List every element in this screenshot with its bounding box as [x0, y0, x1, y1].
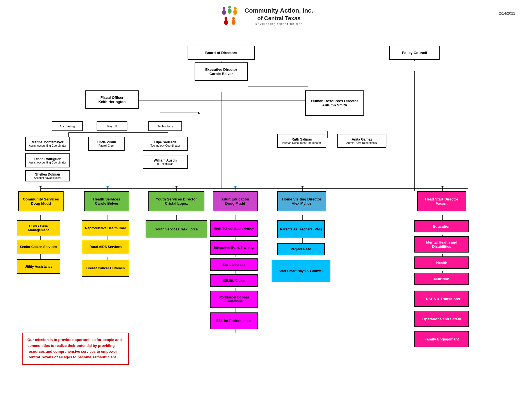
ops-box: Operations and Safety: [414, 311, 469, 327]
policy-council: Policy Council: [389, 46, 440, 60]
board-label: Board of Directors: [205, 51, 237, 55]
marina-name: Marina Montemayor: [32, 140, 63, 144]
svg-point-8: [232, 17, 235, 20]
home-name: Alex Mylius: [292, 201, 312, 206]
youth-dir-name: Cristal Lopez: [165, 201, 188, 206]
home-title: Home Visiting Director: [282, 197, 321, 201]
svg-point-4: [234, 7, 237, 10]
start-smart-box: Start Smart Hays & Caldwell: [272, 260, 330, 282]
technology-label: Technology: [157, 125, 173, 128]
payroll-box: Payroll: [97, 121, 127, 131]
health-hs-label: Health: [436, 261, 447, 265]
date-label: 2/14/2022: [499, 11, 515, 15]
project-read-label: Project Read: [291, 247, 311, 251]
ersea-label: ERSEA & Transitions: [423, 297, 460, 301]
basic-label: Basic Literacy: [222, 263, 245, 267]
linda-box: Linda Virdin Payroll Clerk: [88, 137, 125, 151]
linda-name: Linda Virdin: [97, 140, 116, 144]
svg-marker-45: [106, 186, 110, 188]
svg-marker-53: [440, 186, 444, 188]
senior-label: Senior Citizen Services: [20, 245, 57, 249]
svg-point-2: [228, 6, 231, 9]
parents-label: Parents as Teachers (PAT): [280, 227, 322, 231]
utility-box: Utility Assistance: [17, 259, 60, 274]
breast-label: Breast Cancer Outreach: [86, 266, 125, 270]
shellea-box: Shellea Dolman Account payable clerk: [25, 170, 70, 181]
esl-civics-label: ESL/EL Civics: [223, 279, 245, 282]
hr-director: Human Resources Director Autumn Smith: [305, 90, 364, 116]
utility-label: Utility Assistance: [25, 265, 53, 268]
youth-dir-title: Youth Services Director: [156, 197, 197, 201]
payroll-label: Payroll: [107, 125, 117, 128]
integrated-box: Integrated Ed. & Training: [210, 240, 258, 255]
shellea-name: Shellea Dolman: [35, 172, 60, 176]
board-of-directors: Board of Directors: [188, 46, 255, 60]
ops-label: Operations and Safety: [423, 317, 461, 321]
home-visiting: Home Visiting Director Alex Mylius: [277, 191, 326, 211]
fiscal-name: Keith Herington: [98, 100, 126, 104]
svg-point-6: [225, 17, 227, 20]
svg-point-3: [228, 9, 232, 14]
diana-sub: Assist Accounting Coordinator: [29, 161, 66, 164]
william-sub: IT Technician: [157, 162, 174, 165]
esl-civics-box: ESL/EL Civics: [210, 274, 258, 287]
svg-point-0: [223, 7, 225, 10]
health-services: Health Services Carole Belver: [84, 191, 129, 211]
header: Community Action, Inc. of Central Texas …: [0, 0, 532, 30]
youth-director: Youth Services Director Cristal Lopez: [148, 191, 204, 211]
svg-point-1: [222, 10, 226, 15]
policy-label: Policy Council: [402, 51, 427, 55]
svg-point-7: [224, 20, 228, 25]
community-name: Doug Mudd: [31, 201, 51, 206]
high-school-label: High School Equivalency: [214, 226, 254, 230]
svg-point-9: [232, 20, 235, 25]
start-smart-label: Start Smart Hays & Caldwell: [279, 269, 324, 273]
mental-label: Mental Health and Disabilities: [417, 240, 466, 249]
org-name: Community Action, Inc. of Central Texas …: [245, 7, 313, 26]
lupe-box: Lupe Sauceda Technology Coordinator: [143, 137, 188, 151]
senior-box: Senior Citizen Services: [17, 240, 60, 254]
health-title: Health Services: [93, 197, 120, 201]
logo-area: Community Action, Inc. of Central Texas …: [219, 5, 313, 27]
youth-task-box: Youth Services Task Force: [146, 220, 207, 238]
mission-text: Our mission is to provide opportunities …: [27, 337, 124, 360]
technology-box: Technology: [148, 121, 182, 131]
org-logo: [219, 5, 241, 27]
headstart-director: Head Start Director Vacant: [417, 191, 466, 211]
linda-sub: Payroll Clerk: [99, 144, 115, 147]
org-chart: Board of Directors Policy Council Execut…: [8, 30, 524, 403]
integrated-label: Integrated Ed. & Training: [214, 246, 254, 249]
nutrition-label: Nutrition: [434, 277, 449, 281]
hr-title: Human Resources Director: [311, 99, 358, 103]
esl-prof-label: ESL for Professionals: [216, 319, 251, 323]
project-read-box: Project Read: [277, 243, 325, 255]
lupe-sub: Technology Coordinator: [150, 144, 180, 147]
svg-marker-47: [174, 186, 178, 188]
rural-box: Rural AIDS Services: [82, 240, 129, 254]
marina-box: Marina Montemayor Assist Accounting Coor…: [25, 137, 70, 151]
family-box: Family Engagement: [414, 331, 469, 347]
svg-point-5: [233, 10, 237, 15]
adult-education: Adult Education Doug Mudd: [213, 191, 258, 211]
hr-name: Autumn Smith: [322, 103, 347, 107]
community-title: Community Services: [23, 197, 59, 201]
workforce-label: Workforce/ College Transitions: [213, 295, 255, 303]
org-tagline: — Developing Opportunities —: [245, 22, 313, 26]
adult-title: Adult Education: [221, 197, 249, 201]
mission-box: Our mission is to provide opportunities …: [22, 333, 129, 365]
fiscal-title: Fiscal Officer: [101, 95, 123, 100]
svg-marker-42: [39, 186, 43, 188]
youth-task-label: Youth Services Task Force: [155, 227, 198, 231]
csbg-box: CSBG Case Management: [17, 220, 60, 236]
community-services: Community Services Doug Mudd: [18, 191, 64, 211]
shellea-sub: Account payable clerk: [34, 176, 61, 179]
marina-sub: Assist Accounting Coordinator: [29, 144, 66, 147]
health-hs-box: Health: [414, 256, 469, 269]
education-label: Education: [433, 224, 451, 228]
william-name: William Austin: [154, 158, 177, 162]
executive-director: Executive Director Carole Belver: [195, 62, 248, 81]
svg-marker-51: [300, 186, 304, 188]
esl-prof-box: ESL for Professionals: [210, 312, 258, 329]
anita-name: Anita Gamez: [352, 137, 372, 141]
mental-box: Mental Health and Disabilities: [414, 236, 469, 253]
